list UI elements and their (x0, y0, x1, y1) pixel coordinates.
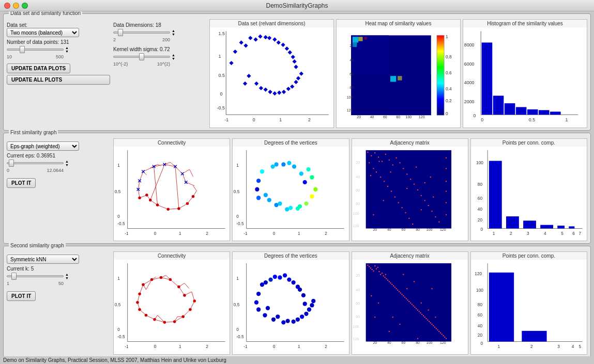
svg-rect-417 (431, 324, 432, 325)
first-plot-btn[interactable]: PLOT IT (7, 178, 36, 188)
svg-rect-195 (381, 161, 382, 162)
svg-text:0: 0 (480, 227, 483, 232)
second-conncomp-title: Points per conn. comp. (471, 252, 587, 260)
svg-text:120: 120 (419, 115, 425, 119)
dataset-svg: 1.5 1 0.5 0 -0.5 -1 0 1 2 (210, 27, 333, 126)
svg-rect-236 (446, 157, 447, 159)
svg-point-354 (292, 320, 296, 324)
second-type-select[interactable]: Symmetric kNN kNN Eps-graph (weighted) E… (7, 255, 79, 264)
svg-rect-413 (425, 318, 427, 319)
svg-point-181 (304, 201, 309, 205)
svg-text:60: 60 (356, 302, 360, 305)
svg-text:40: 40 (349, 58, 354, 62)
num-points-arrows[interactable]: ▲▼ (65, 46, 69, 53)
svg-rect-399 (405, 298, 406, 299)
svg-text:80: 80 (356, 202, 360, 205)
svg-text:-1: -1 (224, 117, 229, 122)
second-adj-svg: 20 40 60 80 100 120 20 40 60 80 100 120 (352, 260, 468, 352)
svg-rect-230 (433, 197, 434, 198)
dataset-row: Data set: Two moons (balanced) (7, 22, 110, 37)
svg-point-151 (192, 195, 195, 198)
second-k-slider[interactable] (7, 275, 64, 277)
svg-point-324 (145, 314, 148, 317)
svg-text:0: 0 (117, 214, 120, 219)
minimize-button[interactable] (13, 3, 19, 9)
second-plot-btn[interactable]: PLOT IT (7, 291, 36, 301)
svg-rect-223 (412, 224, 413, 225)
svg-rect-423 (440, 333, 441, 334)
second-comp-svg: 120 100 80 60 40 20 0 1 2 3 4 5 (471, 260, 587, 352)
svg-text:2: 2 (206, 231, 208, 236)
svg-rect-411 (422, 315, 423, 316)
svg-rect-220 (405, 212, 406, 213)
svg-point-147 (156, 203, 159, 207)
svg-rect-227 (390, 171, 391, 172)
second-k-label: Current k: 5 (7, 266, 110, 272)
svg-point-345 (287, 278, 291, 282)
num-points-label: Number of data points: 131 (7, 39, 110, 45)
first-degrees-inner: 1 0.5 0 -0.5 -1 0 1 2 (233, 147, 348, 239)
first-comp-svg: 100 80 60 40 20 0 1 2 3 4 5 6 (471, 147, 587, 239)
histogram-inner: 8000 6000 4000 2000 0 0 0.5 1 (463, 27, 587, 126)
svg-rect-432 (428, 310, 429, 311)
svg-point-347 (301, 293, 306, 297)
svg-rect-373 (369, 266, 370, 267)
svg-text:-1: -1 (125, 344, 129, 349)
first-conncomp-plot: Points per conn. comp. (470, 138, 587, 241)
kernel-arrows[interactable]: ▲▼ (172, 53, 175, 60)
kernel-label: Kernel width sigma: 0.72 (113, 46, 206, 52)
svg-rect-331 (234, 260, 348, 352)
svg-rect-237 (446, 168, 447, 169)
svg-rect-434 (388, 331, 389, 332)
svg-text:2: 2 (206, 344, 208, 349)
svg-text:20: 20 (478, 218, 483, 223)
second-adjacency-inner: 20 40 60 80 100 120 20 40 60 80 100 120 (352, 260, 468, 352)
svg-point-349 (254, 300, 258, 305)
svg-point-152 (145, 194, 148, 197)
svg-point-363 (303, 302, 307, 306)
first-eps-arrows[interactable]: ▲▼ (65, 160, 69, 167)
svg-text:1: 1 (219, 54, 221, 59)
update-all-btn[interactable]: UPDATE ALL PLOTS (7, 75, 110, 85)
second-k-slider-row: ▲▼ (7, 273, 110, 280)
svg-text:1: 1 (497, 344, 500, 349)
second-k-arrows[interactable]: ▲▼ (65, 273, 69, 280)
second-conncomp-inner: 120 100 80 60 40 20 0 1 2 3 4 5 (471, 260, 587, 352)
svg-point-369 (310, 303, 314, 307)
svg-text:2: 2 (530, 344, 533, 349)
svg-text:60: 60 (401, 228, 405, 231)
maximize-button[interactable] (22, 3, 28, 9)
dataset-select[interactable]: Two moons (balanced) (7, 28, 79, 37)
svg-rect-398 (404, 297, 405, 298)
svg-point-318 (169, 278, 172, 281)
svg-text:1: 1 (179, 231, 181, 236)
svg-rect-381 (380, 274, 381, 275)
svg-text:6: 6 (572, 231, 575, 236)
svg-rect-226 (378, 161, 379, 162)
svg-point-186 (288, 206, 293, 210)
svg-rect-387 (388, 281, 389, 282)
first-panel: First similarity graph Eps-graph (weight… (3, 133, 591, 244)
kernel-slider-row: ▲▼ (113, 53, 206, 60)
dims-arrows[interactable]: ▲▼ (172, 29, 175, 36)
dims-slider[interactable] (113, 31, 170, 34)
svg-point-149 (177, 207, 180, 210)
heatmap-title: Heat map of similarity values (337, 20, 460, 27)
update-data-btn[interactable]: UPDATE DATA PLOTS (7, 64, 70, 73)
second-connectivity-title: Connectivity (114, 252, 230, 260)
svg-rect-386 (387, 280, 388, 281)
svg-point-330 (193, 300, 196, 303)
kernel-slider[interactable] (113, 56, 170, 58)
svg-rect-433 (374, 317, 375, 318)
svg-point-169 (299, 171, 303, 176)
first-type-select[interactable]: Eps-graph (weighted) Eps-graph (unweight… (7, 141, 79, 151)
svg-point-148 (166, 208, 170, 211)
svg-rect-404 (413, 306, 414, 307)
svg-text:80: 80 (478, 182, 483, 187)
first-eps-slider[interactable] (7, 162, 64, 164)
close-button[interactable] (4, 3, 10, 9)
second-adjacency-title: Adjacency matrix (352, 252, 468, 260)
svg-point-319 (177, 286, 180, 289)
svg-rect-260 (540, 225, 553, 229)
num-points-slider[interactable] (7, 49, 64, 51)
